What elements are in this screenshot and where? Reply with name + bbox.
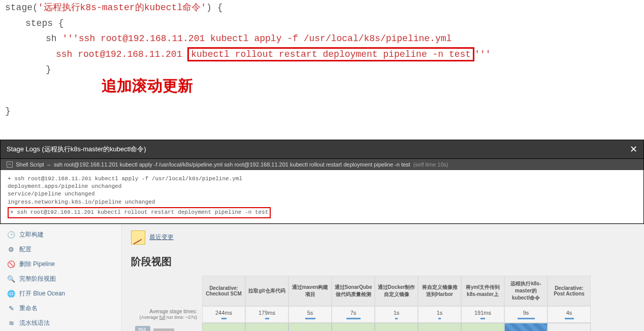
shell-command: ssh root@192.168.11.201 kubectl apply -f… [54,161,410,168]
stage-avg-cell[interactable]: 1s [418,306,461,323]
progress-bar [480,318,485,319]
recent-changes-link[interactable]: 最近变更 [149,233,174,242]
stage-header-row: Declarative: Checkout SCM拉取git仓库代码通过mave… [131,276,635,306]
stage-build-cell[interactable]: 5s [288,323,332,331]
progress-bar [265,318,269,319]
stage-avg-cell[interactable]: 179ms [245,306,288,323]
code-line: steps { [5,16,639,31]
progress-bar [438,318,441,319]
stage-build-row: #53 Jan 17 23:38 1 commit 342ms168ms5s6s… [131,323,635,331]
sidebar-item[interactable]: ✎重命名 [0,301,121,316]
highlighted-console-line: + ssh root@192.168.11.201 kubectl rollou… [8,207,271,218]
progress-bar [221,318,227,319]
stage-logs-title: Stage Logs (远程执行k8s-master的kubectl命令) [7,145,146,154]
code-line: stage('远程执行k8s-master的kubectl命令') { [5,0,639,16]
sidebar-item-label: 重命名 [19,304,38,313]
code-line: } [5,104,639,119]
gear-icon: ⚙ [7,245,15,253]
recent-changes[interactable]: 最近变更 [131,230,635,245]
progress-bar [305,318,315,319]
annotation-text: 追加滚动更新 [102,73,644,98]
sidebar-item[interactable]: ⚙配置 [0,242,121,257]
console-line: + ssh root@192.168.11.201 kubectl apply … [8,175,636,183]
stage-avg-cell[interactable]: 4s [548,306,591,323]
stage-build-cell[interactable] [504,323,548,331]
stage-build-cell[interactable]: 341ms [461,323,504,331]
stage-avg-cell[interactable]: 5s [288,306,332,323]
sidebar-item[interactable]: 🔍完整阶段视图 [0,272,121,286]
sidebar-item[interactable]: 🕒立即构建 [0,227,121,242]
progress-bar [518,318,535,319]
stage-build-cell[interactable]: 6s [332,323,375,331]
stage-avg-cell[interactable]: 9s [504,306,548,323]
stage-header-cell[interactable]: 将yml文件传到k8s-master上 [461,276,504,306]
stage-build-cell[interactable]: 1s [418,323,461,331]
console-line: service/pipeline unchanged [8,190,636,198]
stage-header-cell[interactable]: Declarative: Post Actions [548,276,591,306]
stage-table: Declarative: Checkout SCM拉取git仓库代码通过mave… [131,276,635,331]
stage-header-cell[interactable]: Declarative: Checkout SCM [202,276,245,306]
sidebar-item-label: 流水线语法 [19,319,50,327]
stage-header-cell[interactable]: 通过Docker制作自定义镜像 [375,276,418,306]
sidebar-item[interactable]: ≋流水线语法 [0,316,121,330]
sidebar-item[interactable]: 🚫删除 Pipeline [0,257,121,272]
sidebar-item-label: 配置 [19,245,31,254]
console-line: deployment.apps/pipeline unchanged [8,183,636,190]
code-line: ssh root@192.168.11.201 kubectl rollout … [5,47,639,62]
self-time: (self time 10s) [413,161,448,168]
stage-avg-cell[interactable]: 1s [375,306,418,323]
stage-avg-row: Average stage times: (Average full run t… [131,306,635,323]
shell-label: Shell Script [16,161,44,168]
rename-icon: ✎ [7,304,15,312]
stage-header-cell[interactable]: 将自定义镜像推送到Harbor [418,276,461,306]
shell-script-bar[interactable]: − Shell Script -- ssh root@192.168.11.20… [0,159,644,170]
progress-bar [565,318,574,319]
code-line: sh '''ssh root@192.168.11.201 kubectl ap… [5,31,639,47]
code-block: stage('远程执行k8s-master的kubectl命令') { step… [0,0,644,119]
stage-build-cell[interactable]: 1s [375,323,418,331]
progress-bar [346,318,361,319]
close-icon[interactable]: ✕ [630,144,637,155]
build-info[interactable]: #53 Jan 17 23:38 1 commit [131,323,202,331]
sidebar-item[interactable]: 🌐打开 Blue Ocean [0,286,121,301]
stage-build-cell[interactable] [548,323,591,331]
syntax-icon: ≋ [7,319,15,327]
sidebar: 🕒立即构建⚙配置🚫删除 Pipeline🔍完整阶段视图🌐打开 Blue Ocea… [0,224,122,331]
stage-build-cell[interactable]: 168ms [245,323,288,331]
stage-logs-header: Stage Logs (远程执行k8s-master的kubectl命令) ✕ [0,140,644,159]
commit-box[interactable]: 1 commit [153,328,174,331]
avg-label: Average stage times: (Average full run t… [131,308,202,321]
stage-build-cell[interactable]: 342ms [202,323,245,331]
search-icon: 🔍 [7,275,15,283]
main-content: 最近变更 阶段视图 Declarative: Checkout SCM拉取git… [122,224,644,331]
sidebar-item-label: 打开 Blue Ocean [19,289,65,298]
console-output: + ssh root@192.168.11.201 kubectl apply … [0,170,644,224]
stage-header-cell[interactable]: 通过maven构建项目 [288,276,332,306]
stage-header-cell[interactable]: 拉取git仓库代码 [245,276,288,306]
stage-header-cell[interactable]: 远程执行k8s-master的kubectl命令 [504,276,548,306]
sidebar-item-label: 立即构建 [19,230,44,239]
progress-bar [395,318,398,319]
stage-header-cell[interactable]: 通过SonarQube做代码质量检测 [332,276,375,306]
sidebar-item-label: 删除 Pipeline [19,260,55,269]
sidebar-item-label: 完整阶段视图 [19,275,56,283]
stage-avg-cell[interactable]: 191ms [461,306,504,323]
stage-avg-cell[interactable]: 7s [332,306,375,323]
stage-avg-cell[interactable]: 244ms [202,306,245,323]
highlighted-command: kubectl rollout restart deployment pipel… [187,47,474,61]
stage-view-title: 阶段视图 [131,255,635,269]
console-line: ingress.networking.k8s.io/pipeline uncha… [8,198,636,206]
delete-icon: 🚫 [7,260,15,268]
clock-icon: 🕒 [7,230,15,239]
collapse-icon[interactable]: − [7,161,13,168]
notepad-icon [131,230,145,245]
blueocean-icon: 🌐 [7,289,15,297]
jenkins-panel: 🕒立即构建⚙配置🚫删除 Pipeline🔍完整阶段视图🌐打开 Blue Ocea… [0,224,644,331]
build-badge: #53 [135,326,150,331]
